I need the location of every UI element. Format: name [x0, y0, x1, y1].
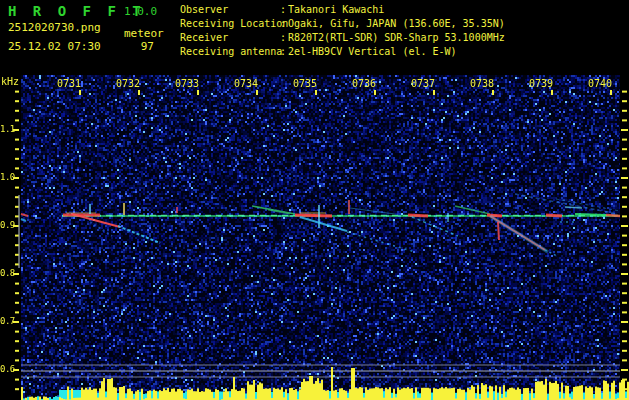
amplitude-bar	[489, 386, 491, 400]
time-tick	[256, 90, 258, 95]
amplitude-bar	[179, 389, 181, 400]
amplitude-bar	[249, 385, 251, 400]
amplitude-bar-cyan	[529, 393, 531, 400]
amplitude-bar	[333, 391, 335, 400]
amplitude-bar-cyan	[219, 392, 221, 400]
amplitude-bar	[81, 388, 83, 400]
amplitude-bar	[581, 385, 583, 400]
time-label: 0734	[231, 78, 261, 89]
amplitude-bar	[549, 382, 551, 400]
amplitude-bar	[217, 390, 219, 400]
meteor-echo-trace	[487, 215, 502, 216]
amplitude-bar	[169, 392, 171, 400]
amplitude-bar	[365, 387, 367, 400]
amplitude-bar	[485, 384, 487, 400]
amplitude-bar	[443, 388, 445, 400]
amplitude-bar	[163, 388, 165, 400]
amplitude-bar	[223, 391, 225, 400]
freq-tick-left	[15, 139, 19, 141]
time-tick	[551, 90, 553, 95]
freq-tick-left	[15, 350, 19, 352]
amplitude-bar	[357, 388, 359, 400]
freq-tick-left	[15, 91, 19, 93]
amplitude-bar	[469, 389, 471, 400]
amplitude-bar	[171, 389, 173, 400]
amplitude-bar	[315, 381, 317, 400]
amplitude-bar-cyan	[465, 392, 467, 400]
freq-tick-right	[621, 129, 628, 131]
amplitude-bar	[525, 388, 527, 400]
amplitude-bar	[607, 384, 609, 400]
amplitude-bar	[209, 390, 211, 400]
amplitude-bar	[457, 389, 459, 400]
freq-tick-left	[15, 187, 19, 189]
amplitude-bar	[99, 388, 101, 400]
amplitude-bar	[423, 388, 425, 400]
freq-tick-right	[622, 292, 627, 294]
amplitude-bar	[577, 386, 579, 400]
amplitude-bar	[233, 377, 235, 400]
time-tick	[610, 90, 612, 95]
amplitude-bar	[591, 387, 593, 400]
amplitude-bar	[369, 389, 371, 400]
freq-tick-right	[622, 119, 627, 121]
amplitude-bar	[265, 388, 267, 400]
amplitude-bar	[613, 381, 615, 400]
amplitude-bar	[461, 390, 463, 400]
amplitude-bar	[397, 387, 399, 400]
amplitude-bar	[429, 388, 431, 400]
amplitude-bar-cyan	[497, 393, 499, 400]
amplitude-bar	[523, 388, 525, 400]
amplitude-bar	[517, 387, 519, 400]
amplitude-bar	[291, 388, 293, 400]
amplitude-bar	[153, 390, 155, 400]
time-tick	[315, 90, 317, 95]
amplitude-bar	[269, 388, 271, 400]
freq-label: 0.9	[0, 220, 14, 230]
amplitude-bar	[597, 387, 599, 400]
amplitude-bar	[141, 389, 143, 400]
amplitude-bar	[621, 380, 623, 400]
amplitude-bar	[567, 386, 569, 400]
amplitude-bar	[471, 385, 473, 400]
amplitude-bar	[31, 397, 33, 400]
time-tick	[197, 90, 199, 95]
amplitude-bar	[531, 389, 533, 400]
freq-tick-right	[622, 206, 627, 208]
amplitude-bar	[87, 389, 89, 400]
amplitude-bar	[585, 386, 587, 400]
amplitude-bar	[367, 390, 369, 400]
freq-tick-right	[622, 187, 627, 189]
amplitude-bar	[555, 381, 557, 400]
amplitude-bar-cyan	[65, 390, 67, 400]
freq-tick-right	[622, 331, 627, 333]
amplitude-bar	[89, 388, 91, 400]
meteor-echo-trace	[252, 206, 295, 214]
amplitude-bar	[195, 391, 197, 400]
amplitude-bar	[295, 389, 297, 400]
amplitude-bar	[149, 390, 151, 400]
time-tick	[492, 90, 494, 95]
amplitude-bar	[407, 387, 409, 400]
freq-tick-right	[622, 254, 627, 256]
amplitude-bar-cyan	[117, 393, 119, 400]
amplitude-bar	[589, 386, 591, 400]
freq-tick-right	[622, 340, 627, 342]
amplitude-bar	[237, 391, 239, 400]
amplitude-bar	[303, 379, 305, 400]
amplitude-bar	[167, 388, 169, 400]
amplitude-bar	[257, 385, 259, 400]
freq-unit-label: kHz	[1, 76, 19, 87]
amplitude-bar	[285, 389, 287, 400]
freq-tick-right	[622, 235, 627, 237]
amplitude-bar	[389, 387, 391, 400]
amplitude-bar-cyan	[55, 396, 57, 400]
freq-tick-right	[622, 350, 627, 352]
amplitude-bar	[573, 387, 575, 400]
meteor-echo-trace	[347, 232, 415, 252]
amplitude-bar	[355, 388, 357, 400]
time-label: 0733	[172, 78, 202, 89]
amplitude-bar	[327, 390, 329, 400]
freq-tick-left	[15, 311, 19, 313]
meteor-echo-trace	[455, 206, 490, 214]
